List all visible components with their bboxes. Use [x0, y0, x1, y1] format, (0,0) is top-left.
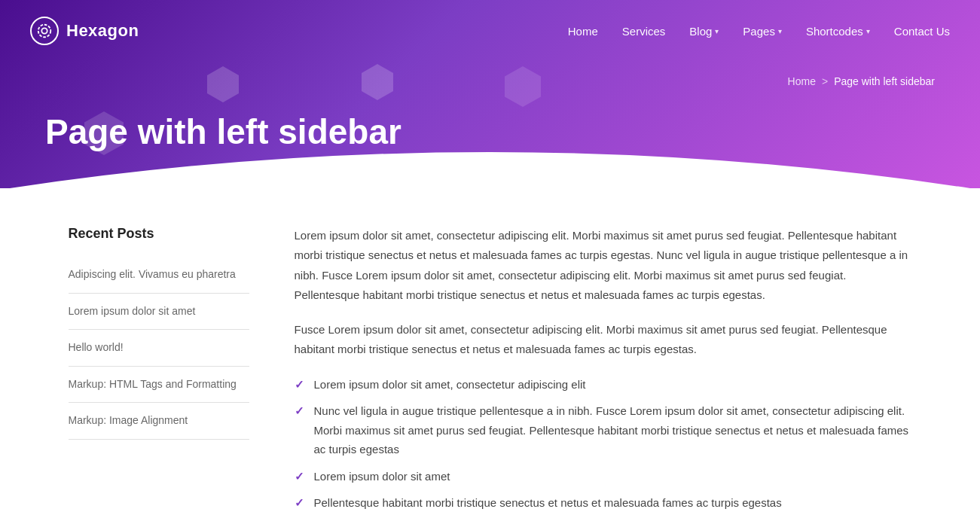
hero-curve	[0, 130, 980, 188]
sidebar-post-item: Markup: Image Alignment	[69, 403, 249, 440]
site-logo[interactable]: Hexagon	[30, 17, 139, 45]
sidebar-post-link[interactable]: Hello world!	[69, 341, 124, 353]
check-list-item: Nunc vel ligula in augue tristique pelle…	[295, 401, 912, 459]
sidebar-post-item: Markup: HTML Tags and Formatting	[69, 367, 249, 404]
sidebar-post-item: Lorem ipsum dolor sit amet	[69, 294, 249, 331]
svg-point-1	[38, 25, 51, 38]
chevron-down-icon: ▾	[715, 27, 719, 35]
main-content: Lorem ipsum dolor sit amet, consectetur …	[295, 226, 912, 512]
check-list-item: Lorem ipsum dolor sit amet, consectetur …	[295, 375, 912, 395]
breadcrumb-home[interactable]: Home	[788, 75, 816, 87]
check-list: Lorem ipsum dolor sit amet, consectetur …	[295, 375, 912, 513]
sidebar-post-link[interactable]: Adipiscing elit. Vivamus eu pharetra	[69, 268, 236, 280]
nav-blog[interactable]: Blog ▾	[689, 25, 719, 38]
site-name: Hexagon	[66, 21, 139, 41]
sidebar-post-link[interactable]: Markup: HTML Tags and Formatting	[69, 378, 237, 390]
main-nav: Home Services Blog ▾ Pages ▾ Shortcodes …	[568, 25, 950, 38]
nav-contact[interactable]: Contact Us	[894, 25, 950, 38]
chevron-down-icon: ▾	[866, 27, 870, 35]
nav-pages[interactable]: Pages ▾	[743, 25, 782, 38]
nav-home[interactable]: Home	[568, 25, 598, 38]
sidebar-post-item: Adipiscing elit. Vivamus eu pharetra	[69, 257, 249, 294]
sidebar-title: Recent Posts	[69, 226, 249, 242]
logo-icon	[30, 17, 59, 45]
content-paragraph-2: Fusce Lorem ipsum dolor sit amet, consec…	[295, 320, 912, 360]
chevron-down-icon: ▾	[778, 27, 782, 35]
check-list-item: Pellentesque habitant morbi tristique se…	[295, 493, 912, 512]
sidebar-post-link[interactable]: Markup: Image Alignment	[69, 414, 188, 426]
main-container: Recent Posts Adipiscing elit. Vivamus eu…	[38, 188, 942, 512]
sidebar-post-link[interactable]: Lorem ipsum dolor sit amet	[69, 305, 196, 317]
svg-point-0	[41, 28, 47, 33]
breadcrumb-separator: >	[822, 75, 828, 87]
recent-posts-list: Adipiscing elit. Vivamus eu pharetra Lor…	[69, 257, 249, 440]
content-paragraph-1: Lorem ipsum dolor sit amet, consectetur …	[295, 226, 912, 305]
breadcrumb-current: Page with left sidebar	[834, 75, 935, 87]
nav-services[interactable]: Services	[622, 25, 666, 38]
breadcrumb: Home > Page with left sidebar	[788, 75, 935, 87]
nav-shortcodes[interactable]: Shortcodes ▾	[806, 25, 870, 38]
sidebar-post-item: Hello world!	[69, 330, 249, 367]
check-list-item: Lorem ipsum dolor sit amet	[295, 467, 912, 486]
sidebar: Recent Posts Adipiscing elit. Vivamus eu…	[69, 226, 249, 512]
